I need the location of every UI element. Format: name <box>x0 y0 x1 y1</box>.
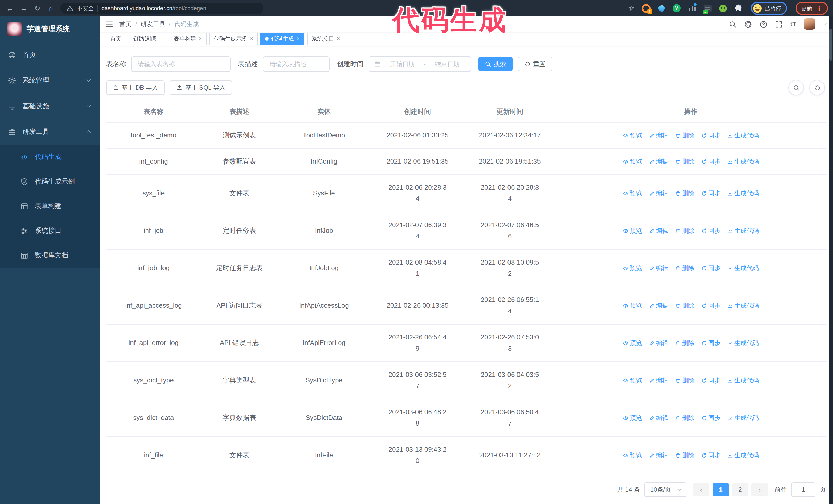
bookmark-star-icon[interactable]: ☆ <box>627 0 636 17</box>
user-avatar[interactable] <box>804 19 815 30</box>
action-生成代码[interactable]: 生成代码 <box>727 225 759 236</box>
close-icon[interactable]: × <box>250 36 254 42</box>
monkey-extension-icon[interactable] <box>718 3 728 13</box>
tab-代码生成[interactable]: 代码生成× <box>261 32 305 45</box>
action-同步[interactable]: 同步 <box>701 156 720 167</box>
action-预览[interactable]: 预览 <box>623 263 642 274</box>
close-icon[interactable]: × <box>296 36 300 42</box>
date-range-picker[interactable]: 开始日期 - 结束日期 <box>368 56 471 72</box>
tab-链路追踪[interactable]: 链路追踪× <box>129 32 166 45</box>
action-生成代码[interactable]: 生成代码 <box>727 337 759 349</box>
action-同步[interactable]: 同步 <box>701 375 720 386</box>
github-icon[interactable] <box>744 20 752 28</box>
close-icon[interactable]: × <box>159 36 162 42</box>
hamburger-icon[interactable] <box>105 20 113 28</box>
chevron-down-icon[interactable] <box>823 22 828 27</box>
search-button[interactable]: 搜索 <box>478 57 513 71</box>
sidebar-subitem-表单构建[interactable]: 表单构建 <box>0 194 100 218</box>
font-size-icon[interactable]: tT <box>790 21 796 28</box>
action-生成代码[interactable]: 生成代码 <box>727 375 759 386</box>
action-预览[interactable]: 预览 <box>623 375 642 386</box>
action-删除[interactable]: 删除 <box>675 450 694 461</box>
action-删除[interactable]: 删除 <box>675 300 694 311</box>
sidebar-subitem-代码生成示例[interactable]: 代码生成示例 <box>0 169 100 194</box>
page-button-1[interactable]: 1 <box>713 483 729 496</box>
close-icon[interactable]: × <box>337 36 340 42</box>
action-删除[interactable]: 删除 <box>675 412 694 424</box>
page-button-2[interactable]: 2 <box>732 483 748 496</box>
action-预览[interactable]: 预览 <box>623 450 642 461</box>
stats-extension-icon[interactable] <box>687 3 697 13</box>
page-size-select[interactable]: 10条/页 <box>645 482 686 497</box>
action-预览[interactable]: 预览 <box>623 188 642 199</box>
next-page-button[interactable]: › <box>752 483 768 496</box>
action-预览[interactable]: 预览 <box>623 300 642 311</box>
browser-update-button[interactable]: 更新 ⋮ <box>795 2 828 15</box>
action-生成代码[interactable]: 生成代码 <box>727 156 759 167</box>
action-编辑[interactable]: 编辑 <box>649 130 668 141</box>
fullscreen-icon[interactable] <box>775 20 783 28</box>
puzzle-extensions-icon[interactable] <box>733 3 743 13</box>
action-同步[interactable]: 同步 <box>701 263 720 274</box>
browser-profile-chip[interactable]: 已暂停 <box>751 2 787 15</box>
check-extension-icon[interactable]: V <box>671 3 682 13</box>
kite-extension-icon[interactable] <box>656 3 666 13</box>
action-同步[interactable]: 同步 <box>701 225 720 236</box>
browser-scrollbar[interactable] <box>829 17 833 504</box>
tab-代码生成示例[interactable]: 代码生成示例× <box>209 32 258 45</box>
action-预览[interactable]: 预览 <box>623 130 642 141</box>
reset-button[interactable]: 重置 <box>518 57 552 71</box>
action-编辑[interactable]: 编辑 <box>649 300 668 311</box>
refresh-table-button[interactable] <box>809 80 825 95</box>
import-db-button[interactable]: 基于 DB 导入 <box>106 80 165 95</box>
action-删除[interactable]: 删除 <box>675 156 694 167</box>
action-删除[interactable]: 删除 <box>675 337 694 349</box>
address-bar[interactable]: 不安全 dashboard.yudao.iocoder.cn/tool/code… <box>61 3 263 14</box>
action-生成代码[interactable]: 生成代码 <box>727 450 759 461</box>
action-同步[interactable]: 同步 <box>701 337 720 349</box>
action-预览[interactable]: 预览 <box>623 225 642 236</box>
action-编辑[interactable]: 编辑 <box>649 188 668 199</box>
toggle-search-button[interactable] <box>788 80 804 95</box>
browser-forward-icon[interactable]: → <box>19 0 28 17</box>
table-desc-input[interactable] <box>269 60 324 68</box>
tab-表单构建[interactable]: 表单构建× <box>169 32 207 45</box>
browser-reload-icon[interactable]: ↻ <box>33 0 42 17</box>
help-icon[interactable] <box>759 20 767 28</box>
prev-page-button[interactable]: ‹ <box>693 483 710 496</box>
browser-menu-icon[interactable]: ⋮ <box>816 5 822 12</box>
sidebar-subitem-代码生成[interactable]: 代码生成 <box>0 145 100 169</box>
action-删除[interactable]: 删除 <box>675 130 694 141</box>
browser-home-icon[interactable]: ⌂ <box>47 0 56 17</box>
action-预览[interactable]: 预览 <box>623 156 642 167</box>
close-icon[interactable]: × <box>199 36 202 42</box>
action-同步[interactable]: 同步 <box>701 300 720 311</box>
tab-首页[interactable]: 首页 <box>105 32 126 45</box>
goto-page-input[interactable] <box>791 482 815 497</box>
browser-back-icon[interactable]: ← <box>5 0 14 17</box>
action-编辑[interactable]: 编辑 <box>649 225 668 236</box>
tab-系统接口[interactable]: 系统接口× <box>307 32 345 45</box>
search-icon[interactable] <box>729 20 736 28</box>
action-删除[interactable]: 删除 <box>675 188 694 199</box>
table-name-input[interactable] <box>137 60 225 68</box>
action-删除[interactable]: 删除 <box>675 375 694 386</box>
breadcrumb-item[interactable]: 研发工具 <box>141 20 165 28</box>
action-生成代码[interactable]: 生成代码 <box>727 263 759 274</box>
action-预览[interactable]: 预览 <box>623 412 642 424</box>
action-生成代码[interactable]: 生成代码 <box>727 300 759 311</box>
sidebar-subitem-数据库文档[interactable]: 数据库文档 <box>0 243 100 268</box>
action-生成代码[interactable]: 生成代码 <box>727 130 759 141</box>
sidebar-item-基础设施[interactable]: 基础设施 <box>0 93 100 119</box>
action-编辑[interactable]: 编辑 <box>649 156 668 167</box>
sidebar-subitem-系统接口[interactable]: 系统接口 <box>0 218 100 243</box>
adblock-extension-icon[interactable]: 1 <box>641 3 651 13</box>
action-同步[interactable]: 同步 <box>701 412 720 424</box>
switch-extension-icon[interactable]: on <box>702 3 713 13</box>
action-同步[interactable]: 同步 <box>701 188 720 199</box>
action-编辑[interactable]: 编辑 <box>649 450 668 461</box>
import-sql-button[interactable]: 基于 SQL 导入 <box>170 80 232 95</box>
action-预览[interactable]: 预览 <box>623 337 642 349</box>
sidebar-item-系统管理[interactable]: 系统管理 <box>0 68 100 93</box>
action-编辑[interactable]: 编辑 <box>649 337 668 349</box>
